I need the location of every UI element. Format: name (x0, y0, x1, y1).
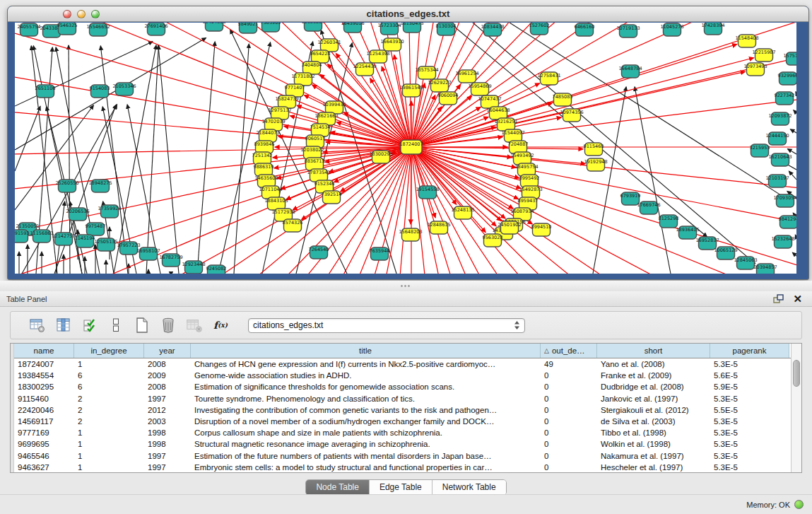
graph-node[interactable]: 11045276 (660, 23, 683, 36)
hub-node[interactable]: 18724007 (399, 140, 423, 154)
graph-node[interactable]: 15492873 (519, 186, 542, 199)
graph-node[interactable]: 9115460 (584, 143, 604, 156)
graph-node[interactable]: 1391593 (15, 230, 29, 243)
graph-node[interactable]: 8130304 (436, 23, 457, 35)
graph-node[interactable]: 16210643 (768, 153, 792, 166)
column-header-out_de[interactable]: △out_de… (541, 344, 597, 358)
graph-node[interactable]: 19154558 (416, 186, 439, 199)
graph-node[interactable]: 16643910 (380, 38, 404, 51)
zoom-window-button[interactable] (91, 10, 100, 18)
graph-node[interactable]: 7583909 (261, 23, 281, 32)
graph-node[interactable]: 16648784 (618, 65, 642, 78)
graph-node[interactable]: 12629227 (428, 79, 451, 92)
graph-node[interactable]: 9329966 (778, 72, 796, 85)
vertical-scrollbar[interactable] (791, 344, 801, 472)
graph-node[interactable]: 19192948 (584, 158, 607, 171)
graph-node[interactable]: 12848615 (427, 221, 450, 234)
graph-node[interactable]: 14635608 (254, 175, 278, 187)
column-header-year[interactable]: year (144, 344, 191, 358)
graph-node[interactable]: 15954869 (468, 83, 491, 95)
panel-divider[interactable] (0, 281, 812, 291)
tab-network-table[interactable]: Network Table (433, 480, 506, 495)
graph-node[interactable]: 6466160 (575, 23, 595, 36)
citation-network-graph[interactable]: 2405575420433843954632515546652276914061… (15, 23, 796, 274)
graph-node[interactable]: 8125298 (659, 215, 679, 228)
graph-node[interactable]: 10973493 (743, 63, 767, 76)
graph-node[interactable]: 3215953 (750, 144, 770, 157)
table-row[interactable]: 2242004622012Investigating the contribut… (14, 404, 791, 416)
graph-node[interactable]: 15648203 (399, 228, 422, 241)
function-builder-button[interactable]: f(x) (212, 317, 229, 334)
graph-node[interactable]: 12505135 (94, 238, 117, 251)
graph-node[interactable]: 18948275 (88, 180, 112, 192)
graph-node[interactable]: 19404568 (202, 23, 225, 31)
graph-node[interactable]: 18130475 (400, 23, 423, 33)
close-panel-icon[interactable]: ✕ (793, 293, 802, 305)
graph-node[interactable]: 9154083 (90, 85, 110, 98)
column-header-in_degree[interactable]: in_degree (74, 344, 144, 358)
window-titlebar[interactable]: citations_edges.txt (8, 6, 808, 22)
merge-tables-button[interactable] (107, 317, 124, 334)
graph-node[interactable]: 16961254 (455, 70, 478, 83)
graph-node[interactable]: 11254398 (366, 50, 389, 63)
table-row[interactable]: 946362711997Embryonic stem cells: a mode… (14, 462, 791, 473)
graph-node[interactable]: 12093872 (768, 112, 792, 125)
graph-node[interactable]: 17669746 (637, 201, 660, 214)
graph-node[interactable]: 7264540 (309, 246, 329, 259)
graph-node[interactable]: 15546652 (86, 23, 110, 36)
graph-node[interactable]: 12215987 (752, 49, 775, 62)
tab-edge-table[interactable]: Edge Table (370, 480, 433, 495)
graph-node[interactable]: 21053346 (112, 83, 136, 95)
graph-node[interactable]: 15248135 (451, 206, 474, 219)
graph-node[interactable]: 8995492 (519, 175, 540, 187)
graph-node[interactable]: 9060094 (438, 92, 459, 105)
column-header-pagerank[interactable]: pagerank (710, 344, 789, 358)
table-row[interactable]: 1456911722003Disruption of a novel membe… (14, 416, 791, 427)
row-selection-mode-button[interactable] (81, 317, 98, 334)
close-window-button[interactable] (63, 10, 71, 18)
graph-node[interactable]: 12923448 (182, 261, 205, 274)
graph-node[interactable]: 17428394 (701, 23, 724, 35)
graph-node[interactable]: 12444150 (765, 132, 789, 145)
minimize-window-button[interactable] (77, 10, 86, 18)
graph-node[interactable]: 9227342 (775, 92, 795, 105)
graph-node[interactable]: 11548408 (735, 35, 758, 47)
graph-node[interactable]: 16439016 (341, 23, 364, 33)
table-row[interactable]: 911546021997Tourette syndrome. Phenomeno… (14, 393, 791, 404)
graph-node[interactable]: 10974356 (560, 109, 583, 122)
graph-node[interactable]: 15723304 (377, 23, 401, 35)
graph-node[interactable]: 17093054 (773, 194, 796, 207)
graph-node[interactable]: 10719133 (616, 25, 640, 37)
column-header-short[interactable]: short (597, 344, 710, 358)
table-row[interactable]: 1830029562008Estimation of significance … (14, 381, 791, 392)
graph-node[interactable]: 9245082 (206, 265, 227, 274)
graph-node[interactable]: 20394857 (753, 264, 777, 274)
delete-table-button[interactable] (160, 317, 177, 334)
graph-node[interactable]: 7392514 (322, 191, 342, 204)
graph-node[interactable]: 1145194 (75, 235, 95, 247)
graph-node[interactable]: 19861545 (399, 84, 423, 97)
graph-node[interactable]: 8994510 (531, 223, 552, 236)
graph-node[interactable]: 5849021 (238, 23, 259, 33)
graph-node[interactable]: 1527602 (529, 23, 550, 35)
table-row[interactable]: 1872400712008Changes of HCN gene express… (14, 358, 791, 370)
graph-node[interactable]: 7485083 (553, 93, 573, 106)
graph-node[interactable]: 24501902 (498, 221, 521, 234)
table-select-dropdown[interactable]: citations_edges.txt (248, 318, 525, 333)
graph-node[interactable]: 2651106 (35, 85, 56, 98)
delete-column-button[interactable] (186, 317, 203, 334)
graph-node[interactable]: 9563028 (483, 234, 503, 247)
column-header-title[interactable]: title (191, 344, 541, 358)
graph-node[interactable]: 20206536 (66, 208, 89, 221)
graph-node[interactable]: 16958107 (136, 247, 160, 260)
graph-node[interactable]: 12142757 (52, 233, 75, 245)
graph-node[interactable]: 15751074 (783, 52, 796, 65)
graph-node[interactable]: 17359924 (98, 205, 121, 218)
graph-node[interactable]: 12254439 (353, 63, 376, 76)
column-header-name[interactable]: name (14, 344, 74, 358)
graph-node[interactable]: 12103197 (765, 175, 789, 187)
table-row[interactable]: 977716911998Corpus callosum shape and si… (14, 427, 791, 438)
graph-node[interactable]: 18300295 (369, 151, 392, 163)
graph-node[interactable]: 10834438 (481, 23, 504, 36)
create-table-button[interactable] (134, 317, 151, 334)
